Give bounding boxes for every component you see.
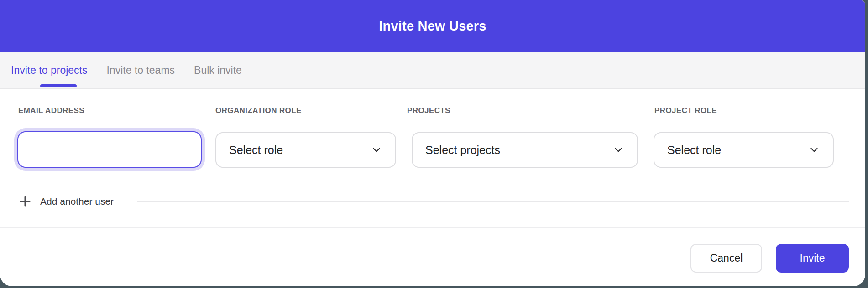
footer-divider (0, 227, 865, 228)
email-address-label: EMAIL ADDRESS (18, 106, 84, 115)
organization-role-select[interactable]: Select role (215, 132, 396, 168)
projects-value: Select projects (425, 144, 500, 157)
projects-label: PROJECTS (407, 106, 450, 115)
tab-bulk-invite[interactable]: Bulk invite (194, 64, 242, 77)
chevron-down-icon (371, 144, 382, 156)
backdrop: Invite New Users Invite to projects Invi… (0, 0, 868, 288)
add-another-user-button[interactable]: Add another user (18, 190, 114, 212)
project-role-value: Select role (667, 144, 721, 157)
add-another-user-label: Add another user (40, 196, 114, 207)
chevron-down-icon (612, 144, 624, 156)
chevron-down-icon (808, 144, 820, 156)
active-tab-indicator (40, 84, 77, 87)
tab-invite-to-projects[interactable]: Invite to projects (11, 64, 87, 77)
dialog-title: Invite New Users (379, 19, 486, 34)
projects-select[interactable]: Select projects (412, 132, 638, 168)
project-role-label: PROJECT ROLE (654, 106, 717, 115)
invite-button[interactable]: Invite (776, 244, 849, 273)
project-role-select[interactable]: Select role (654, 132, 834, 168)
invite-new-users-dialog: Invite New Users Invite to projects Invi… (0, 0, 865, 286)
organization-role-value: Select role (229, 144, 283, 157)
tab-invite-to-teams[interactable]: Invite to teams (106, 64, 175, 77)
add-user-divider (137, 201, 849, 202)
cancel-button[interactable]: Cancel (690, 244, 762, 273)
email-address-input[interactable] (17, 131, 202, 168)
plus-icon (18, 195, 32, 208)
tab-bar: Invite to projects Invite to teams Bulk … (0, 52, 865, 89)
dialog-header: Invite New Users (0, 0, 865, 52)
organization-role-label: ORGANIZATION ROLE (215, 106, 302, 115)
